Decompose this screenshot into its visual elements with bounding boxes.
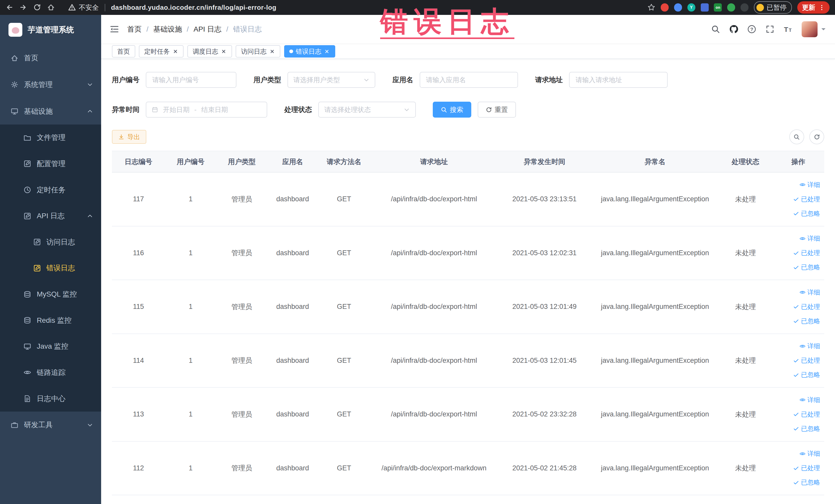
- mark-ignored-link[interactable]: 已忽略: [793, 476, 820, 489]
- bookmark-star-icon[interactable]: [647, 3, 655, 11]
- date-range-picker[interactable]: 开始日期 - 结束日期: [146, 102, 267, 118]
- edit-icon: [23, 160, 31, 168]
- url-bar[interactable]: dashboard.yudao.iocoder.cn/infra/log/api…: [111, 4, 276, 11]
- font-size-icon[interactable]: [783, 25, 792, 34]
- filter-row-1: 用户编号 用户类型 请选择用户类型 应用名: [112, 72, 824, 88]
- sidebar-item-error-log[interactable]: 错误日志: [0, 255, 101, 281]
- request-url-input[interactable]: [569, 72, 668, 88]
- user-id-label: 用户编号: [112, 75, 140, 84]
- detail-link[interactable]: 详细: [799, 447, 820, 461]
- detail-link[interactable]: 详细: [799, 339, 820, 353]
- mark-processed-link[interactable]: 已处理: [793, 354, 820, 367]
- refresh-button[interactable]: [809, 129, 824, 144]
- user-id-input[interactable]: [146, 72, 237, 88]
- export-button[interactable]: 导出: [112, 130, 147, 144]
- check-icon: [793, 411, 799, 418]
- extension-icon[interactable]: [701, 3, 709, 11]
- check-icon: [793, 250, 799, 256]
- user-type-select[interactable]: 请选择用户类型: [287, 72, 375, 88]
- tab-error-log[interactable]: 错误日志: [284, 45, 335, 58]
- sidebar-item-config-management[interactable]: 配置管理: [0, 151, 101, 177]
- detail-link[interactable]: 详细: [799, 393, 820, 407]
- column-header: 应用名: [267, 151, 318, 172]
- sidebar-item-log-center[interactable]: 日志中心: [0, 386, 101, 412]
- app-logo[interactable]: 芋道管理系统: [0, 15, 101, 45]
- user-avatar: [802, 21, 817, 37]
- table-row: 113 1 管理员 dashboard GET /api/infra/db-do…: [112, 387, 824, 441]
- extension-icon[interactable]: [674, 3, 682, 11]
- search-button[interactable]: 搜索: [433, 102, 471, 118]
- update-button[interactable]: 更新: [797, 1, 830, 13]
- sidebar-item-java-monitor[interactable]: Java 监控: [0, 334, 101, 360]
- detail-link[interactable]: 详细: [799, 231, 820, 245]
- mark-processed-link[interactable]: 已处理: [793, 461, 820, 475]
- extension-icon[interactable]: on: [714, 3, 722, 11]
- refresh-icon: [814, 134, 820, 140]
- sidebar-item-tracing[interactable]: 链路追踪: [0, 360, 101, 386]
- tab-close-icon[interactable]: [172, 48, 178, 55]
- mark-ignored-link[interactable]: 已忽略: [793, 368, 820, 382]
- user-menu[interactable]: [802, 21, 826, 37]
- column-header: 用户类型: [216, 151, 267, 172]
- fullscreen-icon[interactable]: [766, 25, 774, 34]
- back-icon[interactable]: [5, 3, 13, 11]
- sidebar-item-mysql-monitor[interactable]: MySQL 监控: [0, 281, 101, 307]
- extension-icon[interactable]: [661, 3, 669, 11]
- mark-processed-link[interactable]: 已处理: [793, 192, 820, 206]
- forward-icon[interactable]: [19, 3, 27, 11]
- page-content: 用户编号 用户类型 请选择用户类型 应用名: [101, 59, 835, 504]
- breadcrumb-api-logs[interactable]: API 日志: [194, 24, 222, 34]
- tab-access-log[interactable]: 访问日志: [236, 45, 280, 58]
- tab-close-icon[interactable]: [221, 48, 227, 55]
- error-log-table: 日志编号 用户编号 用户类型 应用名 请求方法名 请求地址 异常发生时间 异常名…: [112, 151, 824, 495]
- sidebar-item-access-log[interactable]: 访问日志: [0, 229, 101, 255]
- search-icon[interactable]: [711, 25, 720, 34]
- app-name-input[interactable]: [420, 72, 518, 88]
- app-logo-icon: [8, 23, 22, 37]
- paused-badge[interactable]: 已暂停: [754, 1, 792, 13]
- sidebar-item-system-management[interactable]: 系统管理: [0, 72, 101, 98]
- breadcrumb-infrastructure[interactable]: 基础设施: [153, 24, 182, 34]
- start-date-placeholder: 开始日期: [163, 105, 190, 114]
- help-icon[interactable]: [747, 25, 756, 34]
- security-chip[interactable]: 不安全: [68, 3, 99, 12]
- search-toggle-button[interactable]: [789, 129, 804, 144]
- home-icon: [11, 54, 19, 62]
- detail-link[interactable]: 详细: [799, 285, 820, 299]
- sidebar-fold-icon[interactable]: [109, 24, 119, 34]
- sidebar-item-scheduled-tasks[interactable]: 定时任务: [0, 177, 101, 203]
- database-icon: [23, 290, 31, 298]
- extension-icon[interactable]: [740, 3, 749, 11]
- reset-button[interactable]: 重置: [478, 102, 516, 118]
- tab-home[interactable]: 首页: [112, 45, 135, 58]
- mark-ignored-link[interactable]: 已忽略: [793, 314, 820, 328]
- process-status-select[interactable]: 请选择处理状态: [318, 102, 416, 118]
- mark-ignored-link[interactable]: 已忽略: [793, 260, 820, 274]
- mark-ignored-link[interactable]: 已忽略: [793, 207, 820, 221]
- breadcrumb-home[interactable]: 首页: [127, 24, 142, 34]
- mark-processed-link[interactable]: 已处理: [793, 300, 820, 314]
- mark-processed-link[interactable]: 已处理: [793, 407, 820, 421]
- sidebar-item-file-management[interactable]: 文件管理: [0, 124, 101, 151]
- sidebar-item-dev-tools[interactable]: 研发工具: [0, 411, 101, 438]
- tab-close-icon[interactable]: [324, 48, 330, 55]
- reload-icon[interactable]: [33, 3, 41, 11]
- tab-dispatch-log[interactable]: 调度日志: [187, 45, 232, 58]
- sidebar-item-home[interactable]: 首页: [0, 45, 101, 72]
- detail-link[interactable]: 详细: [799, 178, 820, 192]
- mark-processed-link[interactable]: 已处理: [793, 246, 820, 260]
- extension-icon[interactable]: Y: [687, 3, 695, 11]
- mark-ignored-link[interactable]: 已忽略: [793, 422, 820, 436]
- warning-icon: [68, 3, 76, 11]
- sidebar-item-redis-monitor[interactable]: Redis 监控: [0, 307, 101, 334]
- column-header: 用户编号: [165, 151, 216, 172]
- tab-close-icon[interactable]: [269, 48, 275, 55]
- sidebar-item-api-logs[interactable]: API 日志: [0, 203, 101, 229]
- github-icon[interactable]: [729, 25, 738, 34]
- monitor-icon: [11, 107, 19, 115]
- extension-icon[interactable]: [727, 3, 735, 11]
- tab-scheduled-tasks[interactable]: 定时任务: [139, 45, 184, 58]
- monitor-icon: [23, 343, 31, 350]
- browser-home-icon[interactable]: [47, 3, 55, 11]
- sidebar-item-infrastructure[interactable]: 基础设施: [0, 98, 101, 125]
